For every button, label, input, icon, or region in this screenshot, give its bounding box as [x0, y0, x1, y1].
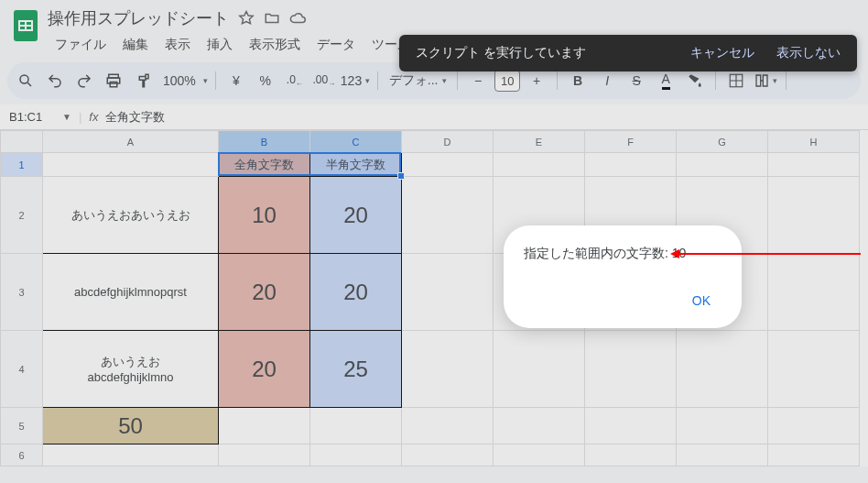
merge-button[interactable]: [753, 68, 778, 93]
script-running-toast: スクリプト を実行しています キャンセル 表示しない: [399, 35, 857, 71]
cell-C1[interactable]: 半角文字数: [310, 153, 402, 177]
col-header-H[interactable]: H: [768, 131, 860, 153]
cell-B2[interactable]: 10: [219, 177, 310, 254]
cell-B1[interactable]: 全角文字数: [219, 153, 310, 177]
doc-title[interactable]: 操作用スプレッドシート: [48, 7, 229, 29]
menu-edit[interactable]: 編集: [115, 33, 156, 57]
cell-B4[interactable]: 20: [219, 331, 310, 408]
name-box[interactable]: B1:C1: [9, 110, 55, 124]
col-header-A[interactable]: A: [43, 131, 219, 153]
cell-A4[interactable]: あいうえお abcdefghijklmno: [43, 331, 219, 408]
menu-insert[interactable]: 挿入: [200, 33, 240, 57]
cell-A2[interactable]: あいうえおあいうえお: [43, 177, 219, 254]
fill-color-button[interactable]: [682, 68, 708, 93]
cell-A4-line2: abcdefghijklmno: [43, 370, 218, 384]
menu-view[interactable]: 表示: [157, 33, 198, 57]
col-header-E[interactable]: E: [494, 131, 585, 153]
font-size-minus[interactable]: −: [465, 68, 491, 93]
undo-icon[interactable]: [42, 68, 68, 93]
menu-format[interactable]: 表示形式: [242, 33, 308, 57]
search-icon[interactable]: [13, 68, 38, 93]
strike-button[interactable]: S: [624, 68, 649, 93]
number-format-button[interactable]: 123: [341, 68, 370, 93]
toast-dismiss-button[interactable]: 表示しない: [776, 45, 841, 61]
cell-D1[interactable]: [402, 153, 494, 177]
cell-A5[interactable]: 50: [43, 408, 219, 445]
menu-data[interactable]: データ: [309, 33, 363, 57]
increase-decimal-button[interactable]: .00→: [311, 68, 337, 93]
row-header-4[interactable]: 4: [1, 331, 43, 408]
zoom-select[interactable]: 100%: [159, 68, 208, 93]
move-folder-icon[interactable]: [264, 10, 280, 27]
row-header-5[interactable]: 5: [1, 408, 43, 445]
name-box-dropdown-icon[interactable]: ▼: [62, 112, 71, 122]
cloud-status-icon[interactable]: [289, 10, 306, 27]
svg-point-0: [20, 75, 28, 83]
cell-A1[interactable]: [43, 153, 219, 177]
cell-C5[interactable]: [310, 408, 402, 445]
italic-button[interactable]: I: [594, 68, 620, 93]
cell-C4[interactable]: 25: [310, 331, 402, 408]
sheets-logo[interactable]: [7, 7, 44, 44]
row-header-3[interactable]: 3: [1, 254, 43, 331]
col-header-G[interactable]: G: [677, 131, 768, 153]
cell-C2[interactable]: 20: [310, 177, 402, 254]
borders-button[interactable]: [723, 68, 749, 93]
font-size-input[interactable]: 10: [494, 70, 520, 92]
print-icon[interactable]: [101, 68, 126, 93]
col-header-F[interactable]: F: [585, 131, 677, 153]
annotation-arrow: [678, 253, 861, 255]
cell-A4-line1: あいうえお: [43, 354, 218, 370]
text-color-button[interactable]: A: [653, 68, 678, 93]
col-header-D[interactable]: D: [402, 131, 494, 153]
cell-B5[interactable]: [219, 408, 310, 445]
currency-button[interactable]: ¥: [223, 68, 249, 93]
select-all-corner[interactable]: [1, 131, 43, 153]
font-size-plus[interactable]: +: [524, 68, 549, 93]
formula-bar: B1:C1 ▼ | fx 全角文字数: [0, 104, 868, 130]
col-header-B[interactable]: B: [219, 131, 310, 153]
redo-icon[interactable]: [71, 68, 97, 93]
fx-icon: fx: [89, 110, 98, 124]
menu-file[interactable]: ファイル: [48, 33, 114, 57]
star-icon[interactable]: [238, 10, 255, 27]
font-select[interactable]: デフォ...: [385, 68, 450, 93]
alert-dialog: 指定した範囲内の文字数: 10 OK: [504, 225, 742, 328]
alert-ok-button[interactable]: OK: [681, 288, 722, 313]
row-header-6[interactable]: 6: [1, 445, 43, 467]
paint-format-icon[interactable]: [130, 68, 156, 93]
percent-button[interactable]: %: [253, 68, 278, 93]
toast-cancel-button[interactable]: キャンセル: [690, 45, 754, 61]
toast-message: スクリプト を実行しています: [416, 45, 668, 61]
col-header-C[interactable]: C: [310, 131, 402, 153]
cell-B3[interactable]: 20: [219, 254, 310, 331]
cell-A3[interactable]: abcdefghijklmnopqrst: [43, 254, 219, 331]
formula-input[interactable]: 全角文字数: [105, 109, 165, 126]
bold-button[interactable]: B: [565, 68, 591, 93]
row-header-1[interactable]: 1: [1, 153, 43, 177]
row-header-2[interactable]: 2: [1, 177, 43, 254]
cell-C3[interactable]: 20: [310, 254, 402, 331]
decrease-decimal-button[interactable]: .0←: [282, 68, 308, 93]
